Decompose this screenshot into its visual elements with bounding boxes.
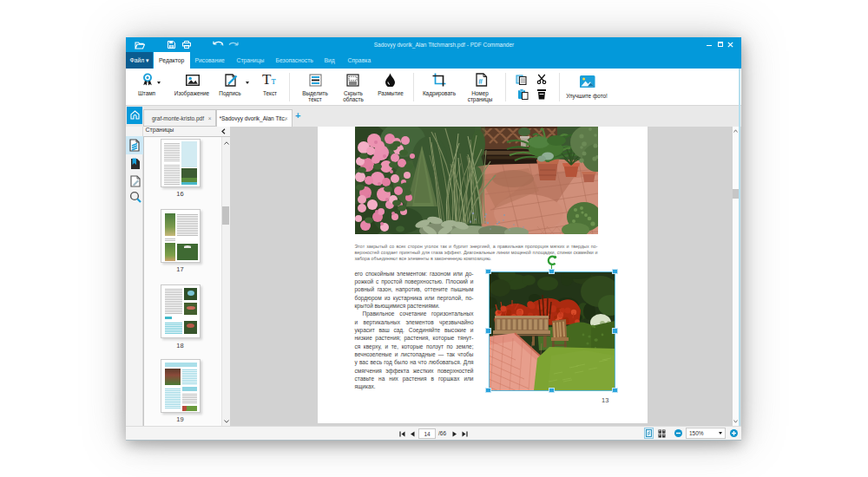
- svg-text:#: #: [478, 77, 483, 86]
